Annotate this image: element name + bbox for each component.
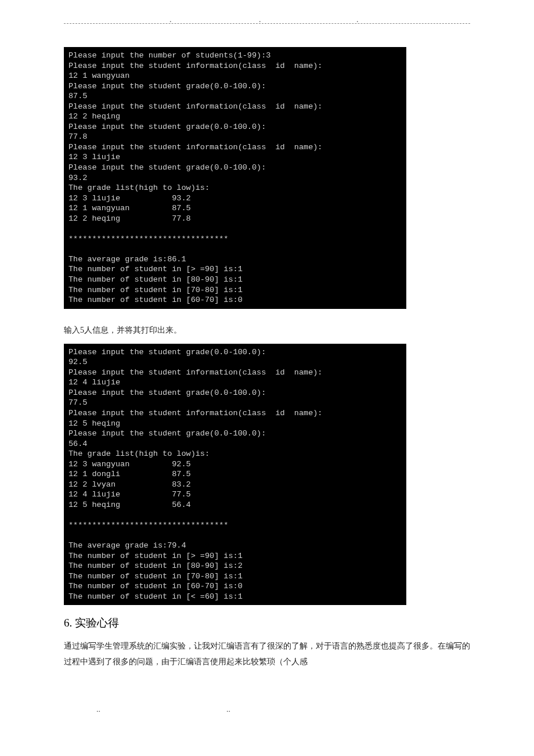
caption-text: 输入5人信息，并将其打印出来。	[64, 325, 470, 336]
terminal-2-text: Please input the student grade(0.0-100.0…	[68, 348, 322, 601]
section-number: 6.	[64, 617, 72, 629]
header-divider: .	[64, 23, 470, 24]
section-title: 实验心得	[75, 617, 119, 629]
footer-dots: ....	[64, 705, 470, 711]
terminal-1-text: Please input the number of students(1-99…	[68, 51, 322, 304]
body-paragraph: 通过编写学生管理系统的汇编实验，让我对汇编语言有了很深的了解，对于语言的熟悉度也…	[64, 639, 470, 669]
terminal-output-1: Please input the number of students(1-99…	[64, 47, 406, 309]
terminal-output-2: Please input the student grade(0.0-100.0…	[64, 344, 406, 606]
section-heading: 6. 实验心得	[64, 615, 470, 631]
